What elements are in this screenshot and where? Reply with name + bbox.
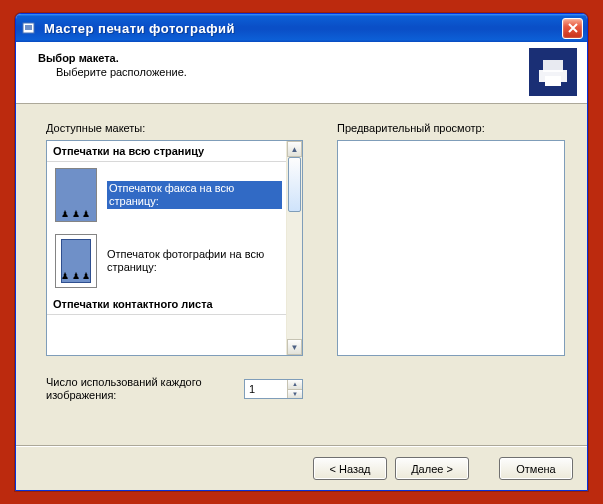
copies-input[interactable] bbox=[245, 380, 287, 398]
spin-down-button[interactable]: ▼ bbox=[288, 390, 302, 399]
layout-item-fax-full-page[interactable]: ♟ ♟ ♟ Отпечаток факса на всю страницу: bbox=[47, 162, 286, 228]
close-button[interactable] bbox=[562, 18, 583, 39]
preview-pane bbox=[337, 140, 565, 356]
content-area: Доступные макеты: Отпечатки на всю стран… bbox=[16, 104, 587, 412]
window-title: Мастер печати фотографий bbox=[44, 21, 562, 36]
usage-label: Число использований каждого изображения: bbox=[46, 376, 230, 402]
layout-group-header: Отпечатки контактного листа bbox=[47, 294, 286, 315]
svg-rect-1 bbox=[25, 25, 32, 30]
layout-thumbnail: ♟ ♟ ♟ bbox=[55, 168, 97, 222]
scroll-down-button[interactable]: ▼ bbox=[287, 339, 302, 355]
banner-heading: Выбор макета. bbox=[38, 52, 573, 64]
spin-up-button[interactable]: ▲ bbox=[288, 380, 302, 390]
banner-subtext: Выберите расположение. bbox=[56, 66, 573, 78]
layout-thumbnail: ♟ ♟ ♟ bbox=[55, 234, 97, 288]
copies-spinner[interactable]: ▲ ▼ bbox=[244, 379, 303, 399]
svg-rect-3 bbox=[543, 60, 563, 72]
printer-icon bbox=[529, 48, 577, 96]
scroll-track[interactable] bbox=[287, 157, 302, 339]
next-button[interactable]: Далее > bbox=[395, 457, 469, 480]
app-icon bbox=[22, 20, 38, 36]
back-button[interactable]: < Назад bbox=[313, 457, 387, 480]
titlebar[interactable]: Мастер печати фотографий bbox=[16, 14, 587, 42]
layout-item-label: Отпечаток фотографии на всю страницу: bbox=[107, 248, 282, 274]
layout-item-photo-full-page[interactable]: ♟ ♟ ♟ Отпечаток фотографии на всю страни… bbox=[47, 228, 286, 294]
scroll-up-button[interactable]: ▲ bbox=[287, 141, 302, 157]
wizard-footer: < Назад Далее > Отмена bbox=[16, 446, 587, 490]
wizard-window: Мастер печати фотографий Выбор макета. В… bbox=[15, 13, 588, 491]
cancel-button[interactable]: Отмена bbox=[499, 457, 573, 480]
scroll-thumb[interactable] bbox=[288, 157, 301, 212]
svg-rect-4 bbox=[545, 76, 561, 86]
wizard-banner: Выбор макета. Выберите расположение. bbox=[16, 42, 587, 104]
preview-label: Предварительный просмотр: bbox=[337, 122, 565, 134]
scrollbar[interactable]: ▲ ▼ bbox=[286, 141, 302, 355]
layouts-label: Доступные макеты: bbox=[46, 122, 303, 134]
layout-group-header: Отпечатки на всю страницу bbox=[47, 141, 286, 162]
layout-item-label: Отпечаток факса на всю страницу: bbox=[107, 181, 282, 209]
layouts-listbox[interactable]: Отпечатки на всю страницу ♟ ♟ ♟ Отпечато… bbox=[46, 140, 303, 356]
